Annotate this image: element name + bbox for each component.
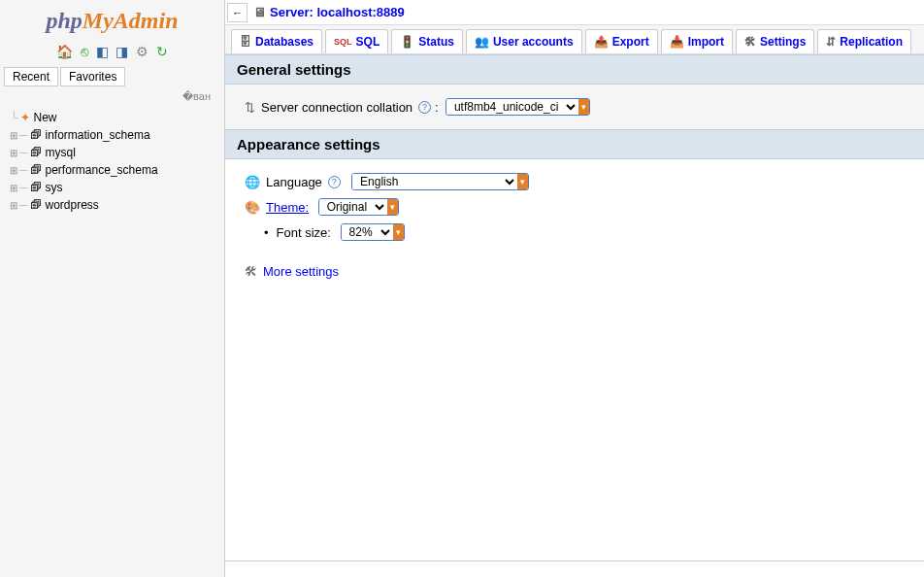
tab-replication[interactable]: ⇵Replication — [817, 29, 911, 53]
tree-db-label: mysql — [46, 146, 76, 159]
home-icon[interactable]: 🏠 — [56, 44, 73, 59]
tree-line: ─ — [19, 198, 28, 212]
server-icon: 🖥 — [253, 5, 266, 19]
logo-admin: Admin — [114, 8, 179, 33]
tree-line: ─ — [19, 146, 28, 159]
language-select[interactable]: English ▾ — [351, 173, 529, 190]
logo-my: My — [82, 8, 114, 33]
main: ← 🖥 Server: localhost:8889 🗄Databases SQ… — [225, 0, 924, 577]
collation-row: ⇅ Server connection collation ? : utf8mb… — [245, 94, 905, 119]
nav-label: SQL — [356, 35, 380, 49]
expand-icon[interactable]: ⊞ — [10, 148, 19, 158]
tree-item-db[interactable]: ⊞ ─ 🗊 wordpress — [4, 196, 220, 214]
database-icon: 🗊 — [30, 181, 42, 194]
gear-icon[interactable]: ⚙ — [136, 44, 148, 59]
collapse-link-icon[interactable]: �ван — [4, 88, 220, 107]
nav-label: Settings — [760, 35, 806, 49]
chevron-down-icon: ▾ — [393, 223, 404, 241]
colon: : — [435, 100, 446, 115]
collation-icon: ⇅ — [245, 100, 255, 115]
tree-item-db[interactable]: ⊞ ─ 🗊 information_schema — [4, 126, 220, 144]
sidebar: phpMyAdmin 🏠 ⎋ ◧ ◨ ⚙ ↻ Recent Favorites … — [0, 0, 225, 577]
theme-icon: 🎨 — [245, 200, 260, 215]
tree-line: ─ — [19, 181, 28, 194]
tree-line: ─ — [19, 128, 28, 142]
tree-item-new[interactable]: └ ✦ New — [4, 109, 220, 126]
nav-tabs: 🗄Databases SQLSQL 🚦Status 👥User accounts… — [225, 25, 924, 54]
tab-settings[interactable]: 🛠Settings — [736, 29, 814, 53]
chevron-down-icon: ▾ — [387, 198, 398, 216]
users-icon: 👥 — [475, 35, 489, 49]
docs-icon[interactable]: ◨ — [116, 44, 128, 59]
sidebar-tabs: Recent Favorites — [4, 63, 220, 88]
import-icon: 📥 — [670, 35, 684, 49]
exit-icon[interactable]: ⎋ — [81, 44, 88, 59]
database-icon: 🗊 — [30, 198, 42, 212]
logo[interactable]: phpMyAdmin — [4, 4, 220, 40]
chevron-down-icon: ▾ — [517, 173, 528, 190]
collation-select[interactable]: utf8mb4_unicode_ci ▾ — [446, 98, 590, 116]
logo-php: php — [46, 8, 82, 33]
nav-label: Replication — [840, 35, 903, 49]
nav-label: Export — [612, 35, 649, 49]
expand-icon[interactable]: ⊞ — [10, 200, 19, 211]
help-icon[interactable]: ? — [418, 101, 431, 114]
fontsize-select[interactable]: 82% ▾ — [341, 223, 405, 241]
appearance-settings-body: 🌐 Language ? English ▾ 🎨 Theme: Original — [225, 159, 924, 255]
more-settings-link[interactable]: More settings — [263, 264, 339, 279]
chevron-down-icon: ▾ — [578, 98, 589, 116]
language-row: 🌐 Language ? English ▾ — [245, 169, 905, 194]
server-label-text: Server: localhost:8889 — [270, 5, 405, 19]
tree-item-db[interactable]: ⊞ ─ 🗊 sys — [4, 179, 220, 196]
tab-import[interactable]: 📥Import — [661, 29, 733, 53]
tree-line: ─ — [19, 163, 28, 177]
appearance-settings-header: Appearance settings — [225, 129, 924, 159]
language-label: Language — [266, 175, 322, 189]
theme-row: 🎨 Theme: Original ▾ — [245, 194, 905, 220]
settings-icon: 🛠 — [744, 35, 756, 49]
collation-label: Server connection collation — [261, 100, 412, 115]
db-tree: └ ✦ New ⊞ ─ 🗊 information_schema ⊞ ─ 🗊 m… — [4, 107, 220, 573]
top-bar: ← 🖥 Server: localhost:8889 — [225, 0, 924, 25]
reload-icon[interactable]: ↻ — [156, 44, 168, 59]
theme-select[interactable]: Original ▾ — [318, 198, 399, 216]
general-settings-header: General settings — [225, 54, 924, 85]
sql-icon[interactable]: ◧ — [96, 44, 109, 59]
nav-label: Import — [688, 35, 724, 49]
wrench-icon: 🛠 — [245, 264, 257, 279]
tree-item-db[interactable]: ⊞ ─ 🗊 mysql — [4, 144, 220, 161]
tab-status[interactable]: 🚦Status — [391, 29, 463, 53]
tree-new-label: New — [34, 111, 57, 124]
tab-user-accounts[interactable]: 👥User accounts — [466, 29, 582, 53]
tab-export[interactable]: 📤Export — [585, 29, 658, 53]
theme-link[interactable]: Theme: — [266, 200, 309, 215]
language-icon: 🌐 — [245, 175, 260, 189]
expand-icon[interactable]: ⊞ — [10, 183, 19, 193]
sql-icon: SQL — [334, 37, 352, 47]
nav-label: Status — [418, 35, 454, 49]
tree-item-db[interactable]: ⊞ ─ 🗊 performance_schema — [4, 161, 220, 179]
new-icon: ✦ — [20, 111, 30, 124]
tab-databases[interactable]: 🗄Databases — [231, 29, 322, 53]
fontsize-label: Font size: — [277, 225, 331, 240]
expand-icon[interactable]: ⊞ — [10, 165, 19, 176]
tree-db-label: sys — [46, 181, 63, 194]
divider — [225, 560, 924, 561]
export-icon: 📤 — [594, 35, 609, 49]
help-icon[interactable]: ? — [328, 176, 341, 188]
database-icon: 🗊 — [30, 163, 42, 177]
expand-icon[interactable]: ⊞ — [10, 130, 19, 141]
fontsize-row: Font size: 82% ▾ — [245, 220, 905, 245]
content: General settings ⇅ Server connection col… — [225, 54, 924, 577]
tab-sql[interactable]: SQLSQL — [325, 29, 388, 53]
tab-recent[interactable]: Recent — [4, 67, 58, 86]
tree-db-label: wordpress — [46, 198, 99, 212]
tree-line: └ — [10, 111, 18, 124]
sidebar-toolbar: 🏠 ⎋ ◧ ◨ ⚙ ↻ — [4, 40, 220, 63]
tree-db-label: performance_schema — [46, 163, 158, 177]
more-settings-row: 🛠 More settings — [225, 255, 924, 288]
tab-favorites[interactable]: Favorites — [60, 67, 125, 86]
nav-label: User accounts — [493, 35, 574, 49]
breadcrumb[interactable]: 🖥 Server: localhost:8889 — [253, 5, 405, 19]
collapse-sidebar-button[interactable]: ← — [227, 3, 248, 22]
